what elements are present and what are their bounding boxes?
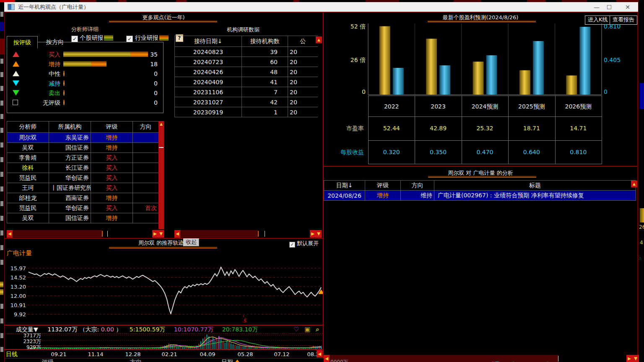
scroll-down-button[interactable]: ▼ [632,355,639,362]
tab-by-direction[interactable]: 按方向 [40,36,70,48]
table-cell: 买入 [91,203,133,213]
forecast-value: 42.89 [415,125,461,132]
stock-report-checkbox[interactable]: ✓ [71,36,78,42]
survey-scroll-up-button[interactable]: ▲ [316,36,322,43]
period-label[interactable]: 日线 [6,351,18,358]
rating-row: 增持18 [7,59,163,69]
column-header[interactable]: 评级 [365,181,401,191]
table-row[interactable]: 范益民华创证券买入首次 [7,203,159,213]
fragment [0,318,3,323]
column-header[interactable]: 所属机构 [49,122,91,133]
forecast-year-label: 2024预测 [462,103,508,111]
scroll-thumb[interactable] [159,147,164,148]
svg-text:0.810: 0.810 [604,23,621,30]
forecast-chart: 52 倍26 倍00.8100.4050 [324,23,637,96]
forecast-value: 0.350 [415,149,461,155]
scroll-left-icon[interactable]: ◀ [317,350,322,357]
fragment [0,304,3,309]
analysis-underline [428,176,536,178]
table-row[interactable]: 李鲁靖方正证券买入 [7,153,159,163]
analysis-scroll-up-button[interactable]: ▲ [631,181,637,187]
column-header[interactable]: 公 [288,36,318,47]
scroll-down-icon[interactable]: ▼ [158,230,164,238]
table-row[interactable]: 周尔双东吴证券增持 [7,133,159,143]
date-tick: 05.28 [236,351,254,357]
table-row[interactable]: 202310274220 [175,97,318,107]
table-row[interactable]: 吴双国信证券增持 [7,213,159,223]
table-cell: 增持 [91,193,133,203]
table-cell: 20 [288,57,318,67]
fragment [0,39,4,54]
rating-count: 18 [150,61,158,67]
scroll-right-icon[interactable]: ▶ [626,355,632,362]
trajectory-underline [109,246,217,248]
tab-by-rating[interactable]: 按评级 [7,36,38,49]
date-tick: 02.21 [160,351,179,357]
column-header[interactable]: 评级 [91,122,133,133]
grid-line [368,96,602,96]
forecast-value: 0.320 [368,149,415,155]
table-row[interactable]: 202408233920 [175,47,318,57]
scroll-left-icon[interactable]: ◀ [7,230,13,238]
window-titlebar[interactable]: 近一年机构观点（广电计量） — ☐ ✕ [4,2,638,12]
table-row[interactable]: 范益民华创证券买入 [7,173,159,183]
date-axis: 日线 09.2111.1412.2802.2104.0905.2807.1208… [4,350,323,358]
table-row[interactable]: 202404264820 [175,67,318,77]
table-row[interactable]: 20231106720 [175,87,318,97]
analyst-table-header: 分析师所属机构评级方向 [7,122,159,133]
table-cell: 买入 [91,173,133,183]
rating-label: 中性 [31,70,60,78]
minimize-button[interactable]: — [590,4,603,10]
default-expand-checkbox[interactable]: ✓ [289,242,295,248]
table-cell [133,143,159,153]
table-row[interactable]: 徐科长江证券买入 [7,163,159,173]
price-chart[interactable]: 15.9714.5213.2012.0010.919.92ŝ [4,257,323,325]
fragment: 26 [639,224,644,230]
column-header[interactable]: 方向 [133,122,159,133]
magnifier-icon[interactable]: ⌕ [316,326,319,333]
table-row[interactable]: 邰桂龙西南证券增持 [7,193,159,203]
forecast-year-label: 2026预测 [555,103,602,111]
table-cell: 徐科 [7,163,49,173]
trajectory-title: 周尔双 的推荐轨迹 [138,239,184,247]
survey-table-hscrollbar[interactable]: ◀ ▶ ▼ [174,230,322,238]
scroll-down-icon[interactable]: ▼ [316,230,322,238]
table-row[interactable]: 吴双国信证券增持 [7,143,159,153]
column-header[interactable]: 接待机构数 [242,36,288,47]
table-cell: 7 [242,87,288,97]
maximize-button[interactable]: ☐ [603,4,615,10]
panel-icon[interactable]: ▣ [304,326,310,333]
table-cell: 范益民 [7,203,49,213]
survey-table-header: 接待日期↓接待机构数公 [175,36,318,47]
favorite-heart-icon[interactable]: ♡ [293,326,299,333]
analyst-table-hscrollbar[interactable]: ◀ ▶ ▼ [7,230,164,238]
close-button[interactable]: ✕ [621,4,634,10]
volume-ma10: 10:1070.77万 [174,326,213,333]
analyst-table-vscrollbar[interactable]: ▲ [158,121,164,229]
table-cell: 维持 [401,191,434,201]
industry-report-checkbox[interactable]: ✓ [126,36,133,42]
volume-label[interactable]: 成交量▼ [16,326,38,333]
scroll-left-icon[interactable]: ◀ [324,355,330,362]
scroll-up-icon[interactable]: ▲ [158,121,164,127]
column-header[interactable]: 日期↓ [324,181,365,191]
table-row[interactable]: 202404094120 [175,77,318,87]
column-header[interactable]: 方向 [401,181,434,191]
table-row[interactable]: 20230919120 [175,107,318,117]
table-cell: 60 [242,57,288,67]
table-row[interactable]: 2024/08/26增持维持广电计量(002967)：业绩符合预期 净利率有望持… [324,191,636,201]
column-header[interactable]: 标题 [434,181,636,191]
scroll-left-icon[interactable]: ◀ [174,230,180,238]
volume-chart[interactable] [4,334,323,349]
background-app-left-strip [0,0,4,362]
scroll-right-icon[interactable]: ▶ [152,230,158,238]
scroll-right-icon[interactable]: ▶ [310,230,316,238]
column-header[interactable]: 分析师 [7,122,49,133]
default-expand-row: ✓ 默认展开 [289,240,319,248]
collapse-button[interactable]: 收起 [183,238,199,246]
date-tick: 07.12 [273,351,291,357]
column-header[interactable]: 接待日期↓ [175,36,242,47]
table-row[interactable]: 202407236020 [175,57,318,67]
fragment: ∴ [639,256,644,261]
table-row[interactable]: 王珂丨国证券研究所买入 [7,183,159,193]
